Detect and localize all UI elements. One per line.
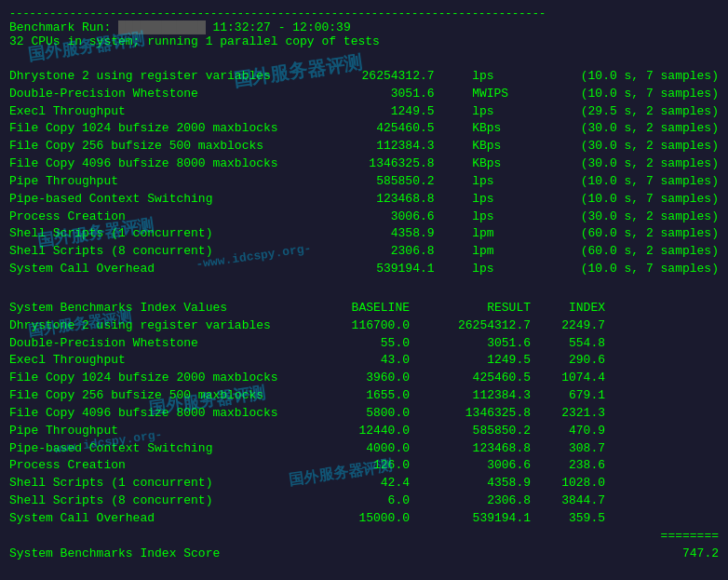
bench-value: 2306.8 bbox=[323, 243, 435, 261]
index-row-baseline: 6.0 bbox=[307, 492, 410, 510]
header-line2: 32 CPUs in system; running 1 parallel co… bbox=[9, 34, 719, 48]
index-row-baseline: 43.0 bbox=[307, 352, 410, 370]
bench-extra: (10.0 s, 7 samples) bbox=[581, 261, 719, 278]
bench-label: Pipe-based Context Switching bbox=[9, 191, 289, 209]
index-row: File Copy 1024 bufsize 2000 maxblocks396… bbox=[9, 370, 719, 387]
index-row-result: 1249.5 bbox=[410, 352, 531, 370]
bench-row: Execl Throughput1249.5lps (29.5 s, 2 sam… bbox=[9, 103, 719, 121]
score-row: System Benchmarks Index Score 747.2 bbox=[9, 546, 719, 563]
index-row-label: File Copy 1024 bufsize 2000 maxblocks bbox=[9, 370, 307, 387]
bench-value: 26254312.7 bbox=[323, 68, 435, 86]
bench-value: 3051.6 bbox=[323, 86, 435, 103]
benchmark-run-time: 11:32:27 - 12:00:39 bbox=[212, 20, 350, 34]
bench-unit: lps bbox=[472, 191, 546, 209]
bench-unit: KBps bbox=[472, 138, 546, 155]
index-row-label: Execl Throughput bbox=[9, 352, 307, 370]
bench-row: Shell Scripts (8 concurrent)2306.8lpm (6… bbox=[9, 243, 719, 261]
bench-row: Process Creation3006.6lps (30.0 s, 2 sam… bbox=[9, 209, 719, 226]
index-row-baseline: 1655.0 bbox=[307, 387, 410, 405]
benchmark-run-host: ████████████ bbox=[118, 20, 206, 34]
index-row-baseline: 42.4 bbox=[307, 475, 410, 492]
index-row-label: File Copy 256 bufsize 500 maxblocks bbox=[9, 387, 307, 405]
bench-value: 112384.3 bbox=[323, 138, 435, 155]
top-separator: ----------------------------------------… bbox=[9, 7, 719, 20]
index-row-result: 539194.1 bbox=[410, 510, 531, 528]
index-row-result: 585850.2 bbox=[410, 423, 531, 440]
col-result-header: RESULT bbox=[410, 300, 531, 317]
bench-extra: (30.0 s, 2 samples) bbox=[581, 138, 719, 155]
index-row: Pipe Throughput12440.0585850.2470.9 bbox=[9, 423, 719, 440]
bench-extra: (30.0 s, 2 samples) bbox=[581, 209, 719, 226]
bench-extra: (10.0 s, 7 samples) bbox=[581, 191, 719, 209]
bench-label: Shell Scripts (8 concurrent) bbox=[9, 243, 289, 261]
index-row: Execl Throughput43.01249.5290.6 bbox=[9, 352, 719, 370]
index-row: File Copy 256 bufsize 500 maxblocks1655.… bbox=[9, 387, 719, 405]
index-rows: Dhrystone 2 using register variables1167… bbox=[9, 317, 719, 528]
index-row-index: 290.6 bbox=[531, 352, 605, 370]
index-row-result: 3051.6 bbox=[410, 335, 531, 353]
bench-extra: (10.0 s, 7 samples) bbox=[581, 173, 719, 191]
index-table: System Benchmarks Index Values BASELINE … bbox=[9, 300, 719, 563]
header-section: Benchmark Run: ████████████ 11:32:27 - 1… bbox=[9, 20, 719, 48]
index-row-result: 1346325.8 bbox=[410, 405, 531, 423]
index-row-label: File Copy 4096 bufsize 8000 maxblocks bbox=[9, 405, 307, 423]
bench-label: File Copy 256 bufsize 500 maxblocks bbox=[9, 138, 289, 155]
index-row-index: 308.7 bbox=[531, 440, 605, 458]
bench-unit: MWIPS bbox=[472, 86, 546, 103]
index-row-result: 26254312.7 bbox=[410, 317, 531, 335]
index-row-index: 359.5 bbox=[531, 510, 605, 528]
index-row-result: 4358.9 bbox=[410, 475, 531, 492]
bench-label: Double-Precision Whetstone bbox=[9, 86, 289, 103]
index-title: System Benchmarks Index Values bbox=[9, 300, 307, 317]
index-row-baseline: 55.0 bbox=[307, 335, 410, 353]
bench-unit: lps bbox=[472, 68, 546, 86]
benchmark-results: Dhrystone 2 using register variables2625… bbox=[9, 68, 719, 278]
index-row-baseline: 3960.0 bbox=[307, 370, 410, 387]
bench-extra: (29.5 s, 2 samples) bbox=[581, 103, 719, 121]
benchmark-run-label: Benchmark Run: bbox=[9, 20, 111, 34]
index-row-index: 3844.7 bbox=[531, 492, 605, 510]
index-row-label: Double-Precision Whetstone bbox=[9, 335, 307, 353]
bench-unit: lpm bbox=[472, 243, 546, 261]
index-row-baseline: 4000.0 bbox=[307, 440, 410, 458]
index-row-baseline: 12440.0 bbox=[307, 423, 410, 440]
index-row: Dhrystone 2 using register variables1167… bbox=[9, 317, 719, 335]
bench-unit: lps bbox=[472, 103, 546, 121]
bench-unit: lps bbox=[472, 173, 546, 191]
index-row: Shell Scripts (8 concurrent)6.02306.8384… bbox=[9, 492, 719, 510]
index-row-result: 2306.8 bbox=[410, 492, 531, 510]
bench-extra: (30.0 s, 2 samples) bbox=[581, 155, 719, 173]
bench-unit: KBps bbox=[472, 155, 546, 173]
equals-line: ======== bbox=[9, 528, 719, 546]
bench-value: 3006.6 bbox=[323, 209, 435, 226]
header-line1: Benchmark Run: ████████████ 11:32:27 - 1… bbox=[9, 20, 719, 34]
bench-label: Process Creation bbox=[9, 209, 289, 226]
index-row-result: 123468.8 bbox=[410, 440, 531, 458]
bench-label: Execl Throughput bbox=[9, 103, 289, 121]
bench-value: 4358.9 bbox=[323, 225, 435, 243]
bench-row: Dhrystone 2 using register variables2625… bbox=[9, 68, 719, 86]
index-row-label: Shell Scripts (8 concurrent) bbox=[9, 492, 307, 510]
index-row-result: 3006.6 bbox=[410, 457, 531, 475]
index-row: File Copy 4096 bufsize 8000 maxblocks580… bbox=[9, 405, 719, 423]
bench-label: System Call Overhead bbox=[9, 261, 289, 278]
index-row-baseline: 126.0 bbox=[307, 457, 410, 475]
col-index-header: INDEX bbox=[531, 300, 605, 317]
index-row-label: Pipe Throughput bbox=[9, 423, 307, 440]
index-header: System Benchmarks Index Values BASELINE … bbox=[9, 300, 719, 317]
index-row-baseline: 5800.0 bbox=[307, 405, 410, 423]
index-row-label: Dhrystone 2 using register variables bbox=[9, 317, 307, 335]
bench-row: Shell Scripts (1 concurrent)4358.9lpm (6… bbox=[9, 225, 719, 243]
bench-extra: (60.0 s, 2 samples) bbox=[581, 243, 719, 261]
bench-unit: lps bbox=[472, 209, 546, 226]
index-row-index: 470.9 bbox=[531, 423, 605, 440]
bench-label: File Copy 1024 bufsize 2000 maxblocks bbox=[9, 120, 289, 138]
index-row-index: 238.6 bbox=[531, 457, 605, 475]
bench-value: 1249.5 bbox=[323, 103, 435, 121]
index-row-label: Shell Scripts (1 concurrent) bbox=[9, 475, 307, 492]
index-row: Pipe-based Context Switching4000.0123468… bbox=[9, 440, 719, 458]
bench-label: File Copy 4096 bufsize 8000 maxblocks bbox=[9, 155, 289, 173]
bench-row: Pipe Throughput585850.2lps (10.0 s, 7 sa… bbox=[9, 173, 719, 191]
index-row-index: 1028.0 bbox=[531, 475, 605, 492]
score-label: System Benchmarks Index Score bbox=[9, 546, 220, 563]
